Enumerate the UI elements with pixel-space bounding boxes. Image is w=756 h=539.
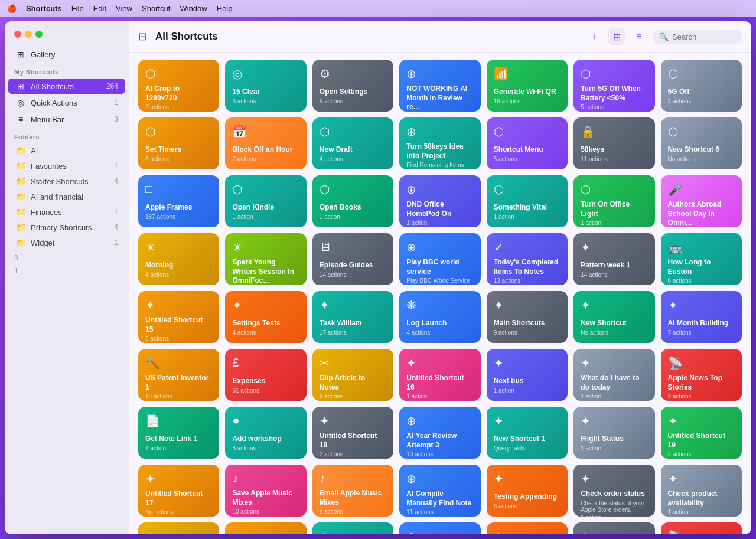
shortcut-card[interactable]: ✓ Today's Completed Items To Notes 13 ac… (487, 233, 568, 285)
card-title: Today's Completed Items To Notes (494, 258, 561, 276)
list-view-button[interactable]: ≡ (631, 28, 647, 45)
shortcut-card[interactable]: ⬡ New Draft 4 actions (312, 117, 393, 169)
shortcut-card[interactable]: ⊕ NOT WORKING AI Month in Review re... 1… (399, 60, 480, 112)
sidebar-toggle-button[interactable]: ⊟ (138, 30, 147, 43)
card-icon: □ (145, 182, 212, 196)
shortcut-card[interactable]: 🚌 How Long to Euston 6 actions (661, 233, 742, 285)
folder-ai[interactable]: 📁 AI (8, 143, 125, 158)
folder-primary-shortcuts[interactable]: 📁 Primary Shortcuts 4 (8, 220, 125, 234)
shortcut-card[interactable]: ⬡ AI Crop to 1280x720 2 actions (138, 60, 219, 112)
shortcut-card[interactable]: ✦ AI Month Building 7 actions (661, 291, 742, 343)
shortcut-card[interactable]: ✦ Task William 17 actions (312, 291, 393, 343)
menu-view[interactable]: View (116, 4, 132, 13)
shortcut-card[interactable]: ⬡ New Shortcut 6 No actions (661, 117, 742, 169)
shortcut-card[interactable]: ⊕ DND Office HomePod On 1 action (399, 175, 480, 227)
menu-edit[interactable]: Edit (93, 4, 106, 13)
shortcut-card[interactable]: ♪ Email Apple Music Mixes 8 actions (312, 465, 393, 517)
shortcut-card[interactable]: ⊕ AI Year Review Attempt 3 10 actions (399, 407, 480, 459)
folder-favourites[interactable]: 📁 Favourites 1 (8, 159, 125, 173)
card-actions: 1 action (406, 393, 473, 400)
maximize-button[interactable] (35, 31, 43, 38)
shortcut-card[interactable]: ✦ Untitled Shortcut 19 2 actions (661, 407, 742, 459)
shortcut-card[interactable]: ✦ What do I have to do today 1 action (573, 349, 654, 401)
shortcut-card[interactable]: ✦ Untitled Shortcut 15 5 actions (138, 291, 219, 343)
shortcut-card[interactable]: ♪ Save Apple Music Mixes 10 actions (225, 465, 306, 517)
shortcut-card[interactable]: 📡 RegEx Music NPR Stuff 1 10 actions (661, 522, 742, 534)
shortcut-card[interactable]: ⊕ Play BBC world service Play BBC World … (399, 233, 480, 285)
sidebar-item-gallery[interactable]: ⊞ Gallery (8, 47, 125, 62)
shortcut-card[interactable]: ⊕ AI Compile Manually Find Note 11 actio… (399, 465, 480, 517)
add-shortcut-button[interactable]: ＋ (586, 28, 602, 45)
shortcut-card[interactable]: ● Add workshop 8 actions (225, 407, 306, 459)
card-actions: 14 actions (581, 272, 647, 278)
card-actions: 1 action (581, 514, 647, 517)
shortcut-card[interactable]: 📅 Block Off an Hour 7 actions (225, 117, 306, 169)
shortcut-card[interactable]: ⬡ 5G Off 3 actions (661, 60, 742, 112)
shortcut-card[interactable]: ⬡ Set Timers 6 actions (138, 117, 219, 169)
shortcut-card[interactable]: ✦ Settings Tests 4 actions (225, 291, 306, 343)
shortcut-card[interactable]: £ Expenses 61 actions (225, 349, 306, 401)
shortcut-card[interactable]: ✦ Testing Appending 6 actions (487, 465, 568, 517)
shortcut-card[interactable]: ⊕ Turn 58keys Idea into Project Find Rem… (399, 117, 480, 169)
shortcut-card[interactable]: ✦ Play BBC you radio two Play BBC Radio … (138, 522, 219, 534)
shortcut-card[interactable]: ◎ 15 Clear 6 actions (225, 60, 306, 112)
folder-widget[interactable]: 📁 Widget 1 (8, 236, 125, 250)
search-input[interactable] (672, 32, 731, 41)
menu-file[interactable]: File (71, 4, 84, 13)
shortcut-card[interactable]: 📶 Generate Wi-Fi QR 16 actions (487, 60, 568, 112)
shortcut-card[interactable]: ✦ New Shortcut No actions (573, 291, 654, 343)
folder-finances[interactable]: 📁 Finances 1 (8, 205, 125, 219)
shortcut-card[interactable]: ✦ Untitled Shortcut 11 Match Text (573, 522, 654, 534)
shortcut-card[interactable]: □ Apple Frames 187 actions (138, 175, 219, 227)
shortcut-card[interactable]: ⬡ Turn On Office Light 1 action (573, 175, 654, 227)
shortcut-card[interactable]: ⚙ Open Settings 9 actions (312, 60, 393, 112)
shortcut-card[interactable]: ✦ Untitled Shortcut 16 1 action (399, 349, 480, 401)
folder-ai-financial[interactable]: 📁 AI and financial (8, 190, 125, 204)
card-icon: ✦ (668, 414, 735, 428)
card-title: Untitled Shortcut 16 (406, 374, 473, 392)
shortcut-card[interactable]: ✦ Untitled Shortcut 10 13 actions (487, 522, 568, 534)
menu-shortcut[interactable]: Shortcut (142, 4, 170, 13)
menu-help[interactable]: Help (217, 4, 233, 13)
shortcut-card[interactable]: ✦ Check product availability 1 action (661, 465, 742, 517)
shortcut-card[interactable]: ☀ Spark Young Writers Session In OmniFoc… (225, 233, 306, 285)
shortcut-card[interactable]: ✦ Pattern week 1 14 actions (573, 233, 654, 285)
shortcut-card[interactable]: 🔒 58keys 11 actions (573, 117, 654, 169)
shortcut-card[interactable]: ✦ Untitled Shortcut 18 2 actions (312, 407, 393, 459)
shortcut-card[interactable]: ✦ Untitled Shortcut 17 No actions (138, 465, 219, 517)
shortcut-card[interactable]: ✦ Play Smooth West Midlands Play Smooth … (312, 522, 393, 534)
shortcut-card[interactable]: ✂ Clip Article to Notes 9 actions (312, 349, 393, 401)
shortcut-card[interactable]: 🎤 Authors Abroad School Day In Omni... 1… (661, 175, 742, 227)
shortcut-card[interactable]: ✦ Play BBC Radio 4 Extra Play BBC Radio … (225, 522, 306, 534)
shortcut-card[interactable]: ⊕ Test Last played (399, 522, 480, 534)
card-actions: 9 actions (494, 329, 561, 336)
shortcut-card[interactable]: ⬡ Shortcut Menu 5 actions (487, 117, 568, 169)
apple-menu[interactable]: 🍎 (7, 4, 17, 13)
shortcut-card[interactable]: ✦ Flight Status 1 action (573, 407, 654, 459)
shortcut-card[interactable]: ⬡ Open Books 1 action (312, 175, 393, 227)
shortcut-card[interactable]: ⬡ Open Kindle 1 action (225, 175, 306, 227)
shortcut-card[interactable]: 📡 Apple News Top Stories 2 actions (661, 349, 742, 401)
sidebar-item-menu-bar[interactable]: ≡ Menu Bar 3 (8, 112, 125, 127)
shortcut-card[interactable]: 📄 Get Note Link 1 1 action (138, 407, 219, 459)
shortcut-card[interactable]: ✦ Main Shortcuts 9 actions (487, 291, 568, 343)
shortcut-card[interactable]: ⬡ Something Vital 1 action (487, 175, 568, 227)
card-icon: ✦ (581, 356, 647, 370)
folder-starter-shortcuts[interactable]: 📁 Starter Shortcuts 4 (8, 174, 125, 188)
shortcut-card[interactable]: 🖥 Episode Guides 14 actions (312, 233, 393, 285)
grid-view-button[interactable]: ⊞ (608, 28, 625, 45)
minimize-button[interactable] (25, 31, 32, 38)
shortcut-card[interactable]: 🔨 US Patent Inventor 1 16 actions (138, 349, 219, 401)
shortcut-card[interactable]: ☀ Morning 4 actions (138, 233, 219, 285)
sidebar-item-quick-actions[interactable]: ◎ Quick Actions 1 (8, 95, 125, 110)
sidebar-item-all-shortcuts[interactable]: ⊞ All Shortcuts 264 (8, 79, 125, 94)
shortcut-card[interactable]: ✦ Check order status Check the status of… (573, 465, 654, 517)
app-name[interactable]: Shortcuts (26, 4, 62, 13)
close-button[interactable] (14, 31, 21, 38)
shortcut-card[interactable]: ✦ New Shortcut 1 Query Tasks (487, 407, 568, 459)
shortcut-card[interactable]: ✦ Next bus 1 action (487, 349, 568, 401)
menu-window[interactable]: Window (180, 4, 207, 13)
card-title: NOT WORKING AI Month in Review re... (406, 84, 473, 112)
shortcut-card[interactable]: ❋ Log Launch 4 actions (399, 291, 480, 343)
shortcut-card[interactable]: ⬡ Turn 5G Off When Battery <50% 5 action… (573, 60, 654, 112)
